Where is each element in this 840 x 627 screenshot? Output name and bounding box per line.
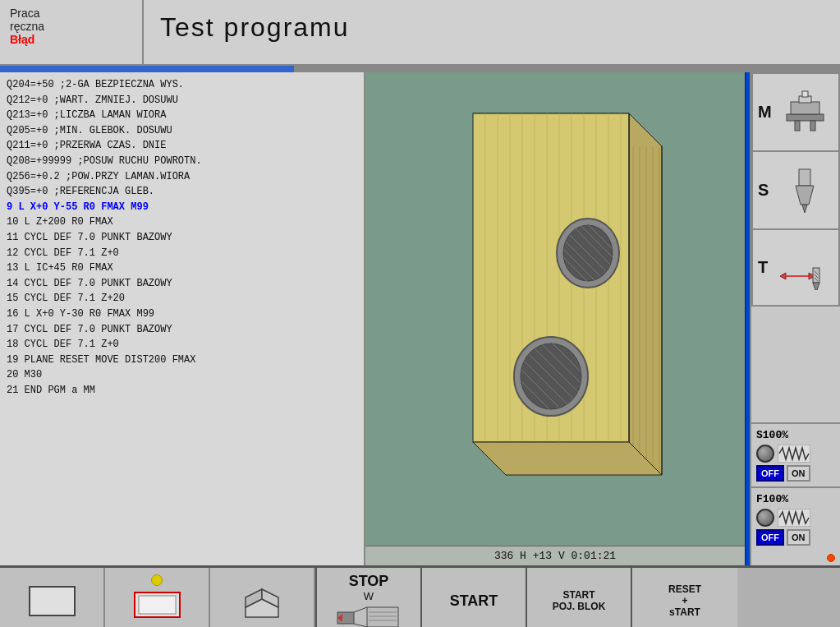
code-line: Q256=+0.2 ;POW.PRZY LAMAN.WIORA	[7, 169, 357, 185]
start-poj-line1: START	[562, 589, 594, 601]
svg-marker-22	[473, 442, 662, 475]
speed-controls-row	[756, 445, 835, 463]
svg-rect-44	[791, 102, 819, 114]
code-line: 11 CYCL DEF 7.0 PUNKT BAZOWY	[7, 230, 357, 246]
stop-label: STOP	[349, 573, 389, 590]
svg-marker-1	[629, 113, 662, 475]
svg-rect-43	[787, 114, 824, 121]
code-line: 21 END PGM a MM	[7, 383, 357, 399]
header-right: Test programu	[144, 0, 840, 64]
stop-button[interactable]: STOP W	[317, 568, 422, 627]
svg-marker-56	[813, 283, 819, 290]
code-line: 13 L IC+45 R0 FMAX	[7, 260, 357, 276]
bottom-bar: STOP W START START POJ. BLOK RESET + sTA…	[0, 565, 840, 627]
speed-label: S100%	[756, 429, 835, 441]
feed-off-button[interactable]: OFF	[756, 529, 784, 546]
t-button[interactable]: T	[751, 228, 840, 307]
svg-rect-46	[810, 121, 815, 131]
code-line: Q395=+0 ;REFERENCJA GLEB.	[7, 184, 357, 200]
s-label: S	[758, 181, 776, 200]
feed-on-button[interactable]: ON	[787, 529, 810, 546]
code-line: Q208=+99999 ;POSUW RUCHU POWROTN.	[7, 154, 357, 169]
m-label: M	[758, 103, 776, 122]
bottom-btn-1[interactable]	[0, 568, 105, 627]
svg-rect-64	[139, 596, 176, 614]
bottom-btn-3[interactable]	[210, 568, 315, 627]
speed-control: S100% OFF ON	[751, 422, 840, 486]
svg-line-70	[354, 624, 367, 627]
yellow-dot	[151, 574, 163, 586]
svg-marker-50	[796, 186, 814, 205]
svg-line-69	[354, 607, 367, 612]
reset-label: RESET	[668, 583, 701, 595]
feed-label: F100%	[756, 493, 835, 505]
t-icon	[776, 245, 833, 290]
code-line: 18 CYCL DEF 7.1 Z+0	[7, 337, 357, 353]
bottom-icon-3	[237, 583, 287, 620]
code-line: 9 L X+0 Y-55 R0 FMAX M99	[7, 200, 357, 215]
main-area: Q204=+50 ;2-GA BEZPIECZNA WYS.Q212=+0 ;W…	[0, 72, 840, 565]
svg-rect-62	[30, 587, 75, 615]
code-line: Q204=+50 ;2-GA BEZPIECZNA WYS.	[7, 77, 357, 93]
svg-marker-52	[780, 273, 786, 279]
header-left: Praca ręczna Błąd	[0, 0, 144, 64]
speed-off-button[interactable]: OFF	[756, 465, 784, 482]
reset-plus: +	[682, 595, 687, 606]
stop-icon	[336, 606, 402, 627]
svg-rect-45	[795, 121, 800, 131]
feed-control: F100% OFF ON	[751, 486, 840, 551]
start-button[interactable]: START	[422, 568, 527, 627]
svg-marker-51	[802, 205, 807, 213]
code-line: 15 CYCL DEF 7.1 Z+20	[7, 291, 357, 307]
code-line: 20 M30	[7, 367, 357, 383]
indicator-row	[751, 551, 840, 565]
start-poj-line2: POJ. BLOK	[553, 601, 606, 612]
feed-knob[interactable]	[756, 509, 774, 527]
machine-icon	[783, 90, 828, 135]
code-line: 10 L Z+200 R0 FMAX	[7, 214, 357, 230]
code-line: 17 CYCL DEF 7.0 PUNKT BAZOWY	[7, 322, 357, 338]
s-icon	[776, 168, 833, 213]
code-line: 19 PLANE RESET MOVE DIST200 FMAX	[7, 353, 357, 368]
reset-start-button[interactable]: RESET + sTART	[632, 568, 737, 627]
speed-wave-icon	[778, 445, 810, 463]
mode-line2: ręczna	[10, 20, 132, 33]
workpiece-3d	[424, 89, 686, 516]
t-label: T	[758, 258, 776, 277]
svg-rect-71	[367, 607, 398, 627]
svg-rect-49	[799, 169, 810, 186]
feed-controls-row	[756, 509, 835, 527]
start-poj-button[interactable]: START POJ. BLOK	[527, 568, 632, 627]
spindle-icon	[784, 168, 825, 213]
start-label: START	[450, 592, 498, 610]
code-line: Q205=+0 ;MIN. GLEBOK. DOSUWU	[7, 123, 357, 139]
m-button[interactable]: M	[751, 72, 840, 150]
right-panel: M S	[750, 72, 840, 565]
tool-measure-icon	[776, 245, 833, 290]
code-line: 12 CYCL DEF 7.1 Z+0	[7, 246, 357, 261]
error-label: Błąd	[10, 33, 132, 46]
reset-start-label: sTART	[669, 606, 700, 618]
svg-rect-48	[802, 91, 808, 97]
code-line: Q213=+0 ;LICZBA LAMAN WIORA	[7, 108, 357, 123]
speed-on-button[interactable]: ON	[787, 465, 810, 482]
viewport-status: 336 H +13 V 0:01:21	[365, 546, 745, 565]
viewport: 336 H +13 V 0:01:21	[365, 72, 745, 565]
status-indicator	[827, 554, 835, 562]
code-panel: Q204=+50 ;2-GA BEZPIECZNA WYS.Q212=+0 ;W…	[0, 72, 365, 565]
bottom-btn-2[interactable]	[105, 568, 210, 627]
progress-bar-container	[0, 66, 840, 72]
header: Praca ręczna Błąd Test programu	[0, 0, 840, 66]
code-line: 16 L X+0 Y-30 R0 FMAX M99	[7, 307, 357, 322]
speed-toggle-row: OFF ON	[756, 465, 835, 482]
bottom-icon-2	[131, 591, 184, 628]
feed-toggle-row: OFF ON	[756, 529, 835, 546]
speed-knob[interactable]	[756, 445, 774, 463]
progress-bar-fill	[0, 66, 294, 72]
code-listing: Q204=+50 ;2-GA BEZPIECZNA WYS.Q212=+0 ;W…	[7, 77, 357, 398]
mode-line1: Praca	[10, 7, 132, 20]
s-button[interactable]: S	[751, 150, 840, 228]
bottom-icon-1	[25, 583, 79, 620]
right-spacer	[751, 307, 840, 422]
svg-rect-55	[813, 268, 819, 283]
